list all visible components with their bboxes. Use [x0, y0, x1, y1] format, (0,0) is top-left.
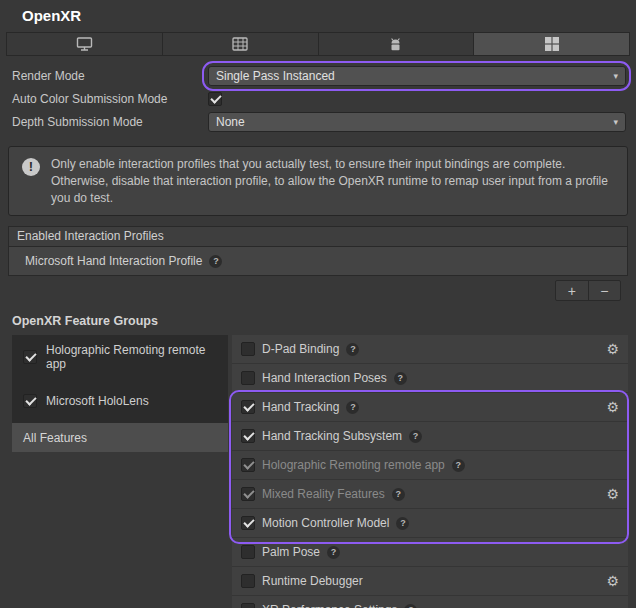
- sidebar-item-all-features[interactable]: All Features: [12, 423, 228, 452]
- tab-platform-android[interactable]: [319, 33, 475, 55]
- feature-groups-heading: OpenXR Feature Groups: [12, 314, 636, 328]
- interaction-profiles-list: Microsoft Hand Interaction Profile ?: [8, 247, 628, 276]
- feature-label: Motion Controller Model: [262, 516, 389, 530]
- help-icon[interactable]: ?: [394, 372, 407, 385]
- group-label: Microsoft HoloLens: [46, 394, 149, 408]
- feature-label: Mixed Reality Features: [262, 487, 385, 501]
- auto-color-label: Auto Color Submission Mode: [12, 92, 208, 106]
- feature-row-holographic-remoting[interactable]: Holographic Remoting remote app ? ⚙: [232, 451, 628, 480]
- feature-label: XR Performance Settings: [262, 603, 397, 608]
- help-icon[interactable]: ?: [396, 517, 409, 530]
- render-mode-row: Render Mode Single Pass Instanced ▾: [12, 65, 626, 86]
- feature-checkbox[interactable]: [241, 429, 255, 443]
- chevron-down-icon: ▾: [613, 117, 618, 127]
- platform-tab-bar: [6, 32, 630, 56]
- render-mode-label: Render Mode: [12, 69, 208, 83]
- feature-row-runtime-debugger[interactable]: Runtime Debugger ? ⚙: [232, 567, 628, 596]
- depth-submission-row: Depth Submission Mode None ▾: [12, 111, 626, 132]
- info-box: ! Only enable interaction profiles that …: [8, 146, 628, 216]
- feature-label: Hand Tracking Subsystem: [262, 429, 402, 443]
- monitor-icon: [76, 36, 93, 52]
- grid-panel-icon: [232, 37, 248, 51]
- gear-icon[interactable]: ⚙: [606, 342, 619, 356]
- feature-row-motion-controller-model[interactable]: Motion Controller Model ? ⚙: [232, 509, 628, 538]
- depth-submission-label: Depth Submission Mode: [12, 115, 208, 129]
- page-title: OpenXR: [0, 0, 636, 28]
- interaction-profiles-header: Enabled Interaction Profiles: [8, 226, 628, 247]
- tab-platform-standalone[interactable]: [7, 33, 163, 55]
- feature-checkbox[interactable]: [241, 545, 255, 559]
- help-icon[interactable]: ?: [452, 459, 465, 472]
- feature-checkbox[interactable]: [241, 458, 255, 472]
- all-features-label: All Features: [23, 431, 87, 445]
- profile-label: Microsoft Hand Interaction Profile: [25, 254, 202, 268]
- feature-label: Palm Pose: [262, 545, 320, 559]
- feature-checkbox[interactable]: [241, 487, 255, 501]
- depth-submission-dropdown[interactable]: None ▾: [208, 112, 626, 132]
- feature-row-hand-tracking-subsystem[interactable]: Hand Tracking Subsystem ? ⚙: [232, 422, 628, 451]
- gear-icon[interactable]: ⚙: [606, 400, 619, 414]
- feature-row-hand-tracking[interactable]: Hand Tracking ? ⚙: [232, 393, 628, 422]
- help-icon[interactable]: ?: [346, 343, 359, 356]
- feature-row-mixed-reality-features[interactable]: Mixed Reality Features ? ⚙: [232, 480, 628, 509]
- feature-checkbox[interactable]: [241, 574, 255, 588]
- help-icon[interactable]: ?: [409, 430, 422, 443]
- group-row-holographic-remoting[interactable]: Holographic Remoting remote app: [12, 335, 228, 379]
- feature-row-palm-pose[interactable]: Palm Pose ? ⚙: [232, 538, 628, 567]
- group-label: Holographic Remoting remote app: [46, 343, 228, 371]
- tab-platform-server[interactable]: [163, 33, 319, 55]
- feature-row-xr-performance-settings[interactable]: XR Performance Settings ? ⚙: [232, 596, 628, 608]
- group-checkbox[interactable]: [23, 350, 37, 364]
- feature-checkbox[interactable]: [241, 371, 255, 385]
- feature-label: Holographic Remoting remote app: [262, 458, 445, 472]
- feature-checkbox[interactable]: [241, 603, 255, 608]
- chevron-down-icon: ▾: [613, 71, 618, 81]
- feature-groups-split: Holographic Remoting remote app Microsof…: [12, 335, 628, 608]
- group-row-microsoft-hololens[interactable]: Microsoft HoloLens: [12, 379, 228, 423]
- gear-icon[interactable]: ⚙: [606, 487, 619, 501]
- feature-row-hand-interaction-poses[interactable]: Hand Interaction Poses ? ⚙: [232, 364, 628, 393]
- help-icon[interactable]: ?: [392, 488, 405, 501]
- auto-color-checkbox[interactable]: [208, 92, 222, 106]
- list-item-profile[interactable]: Microsoft Hand Interaction Profile ?: [9, 250, 627, 272]
- interaction-profiles-footer: + −: [0, 280, 621, 301]
- add-profile-button[interactable]: +: [556, 281, 589, 300]
- feature-checkbox[interactable]: [241, 400, 255, 414]
- auto-color-row: Auto Color Submission Mode: [12, 88, 626, 109]
- info-icon: !: [22, 158, 40, 176]
- features-panel: D-Pad Binding ? ⚙ Hand Interaction Poses…: [232, 335, 628, 608]
- gear-icon[interactable]: ⚙: [606, 574, 619, 588]
- add-remove-button-group: + −: [555, 280, 621, 301]
- remove-profile-button[interactable]: −: [589, 281, 621, 300]
- feature-checkbox[interactable]: [241, 342, 255, 356]
- robot-icon: [388, 37, 403, 52]
- help-icon[interactable]: ?: [404, 604, 417, 608]
- feature-label: Hand Tracking: [262, 400, 339, 414]
- feature-label: Runtime Debugger: [262, 574, 363, 588]
- feature-row-dpad-binding[interactable]: D-Pad Binding ? ⚙: [232, 335, 628, 364]
- info-box-text: Only enable interaction profiles that yo…: [51, 157, 608, 205]
- feature-groups-panel: Holographic Remoting remote app Microsof…: [12, 335, 228, 452]
- openxr-settings-form: Render Mode Single Pass Instanced ▾ Auto…: [0, 65, 636, 132]
- render-mode-value: Single Pass Instanced: [216, 69, 335, 83]
- feature-label: D-Pad Binding: [262, 342, 339, 356]
- feature-checkbox[interactable]: [241, 516, 255, 530]
- windows-icon: [545, 37, 559, 51]
- tab-platform-windows[interactable]: [474, 33, 629, 55]
- help-icon[interactable]: ?: [209, 255, 222, 268]
- help-icon[interactable]: ?: [327, 546, 340, 559]
- help-icon[interactable]: ?: [346, 401, 359, 414]
- feature-label: Hand Interaction Poses: [262, 371, 387, 385]
- render-mode-dropdown[interactable]: Single Pass Instanced ▾: [208, 66, 626, 86]
- depth-submission-value: None: [216, 115, 245, 129]
- group-checkbox[interactable]: [23, 394, 37, 408]
